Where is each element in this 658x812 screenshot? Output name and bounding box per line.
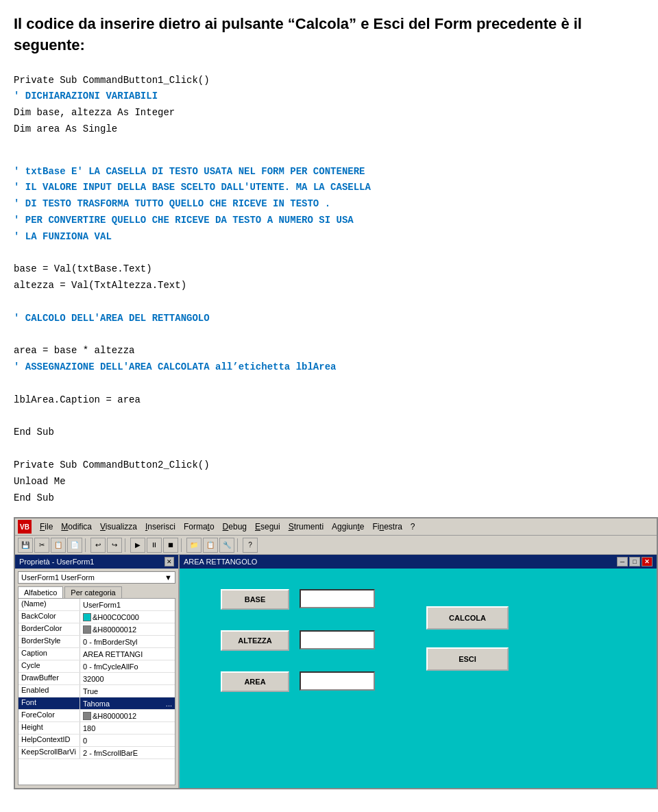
tb-props[interactable]: 📋	[203, 538, 218, 553]
prop-row-forecolor[interactable]: ForeColor &H80000012	[19, 710, 175, 722]
menu-formato[interactable]: Formato	[180, 521, 219, 533]
prop-row-borderstyle[interactable]: BorderStyle 0 - fmBorderStyl	[19, 636, 175, 648]
prop-name-borderstyle: BorderStyle	[19, 636, 80, 647]
button-calcola[interactable]: CALCOLA	[426, 606, 509, 630]
prop-row-font[interactable]: Font Tahoma ...	[19, 697, 175, 710]
form-maximize-button[interactable]: □	[629, 557, 640, 566]
prop-row-drawbuffer[interactable]: DrawBuffer 32000	[19, 673, 175, 685]
code-blank-3	[14, 327, 644, 344]
main-content: Il codice da inserire dietro ai pulsante…	[0, 0, 658, 796]
menu-strumenti[interactable]: Strumenti	[284, 521, 328, 533]
form-minimize-button[interactable]: ─	[617, 557, 628, 566]
tb-save[interactable]: 💾	[18, 538, 33, 553]
ide-toolbar: 💾 ✂ 📋 📄 ↩ ↪ ▶ ⏸ ⏹ 📁 📋 🔧 ?	[15, 536, 657, 555]
tb-undo[interactable]: ↩	[90, 538, 106, 553]
code-line-17: End Sub	[14, 425, 644, 441]
code-line-1: Private Sub CommandButton1_Click()	[14, 73, 644, 89]
code-line-8: ' DI TESTO TRASFORMA TUTTO QUELLO CHE RI…	[14, 196, 644, 213]
prop-row-enabled[interactable]: Enabled True	[19, 685, 175, 697]
tb-copy[interactable]: 📋	[51, 538, 66, 553]
tb-run[interactable]: ▶	[130, 538, 145, 553]
textbox-area[interactable]	[300, 671, 375, 691]
code-line-16: lblArea.Caption = area	[14, 392, 644, 409]
menu-finestra[interactable]: Finestra	[368, 521, 406, 533]
textbox-altezza[interactable]	[300, 630, 375, 649]
menu-file[interactable]: File	[36, 521, 57, 533]
form-close-button[interactable]: ✕	[642, 557, 653, 566]
prop-name-cycle: Cycle	[19, 660, 80, 672]
prop-value-borderstyle: 0 - fmBorderStyl	[80, 636, 175, 647]
tab-per-categoria[interactable]: Per categoria	[64, 586, 121, 598]
prop-row-height[interactable]: Height 180	[19, 722, 175, 735]
form-window: AREA RETTANGOLO ─ □ ✕ BASE ALTEZZA AREA	[180, 555, 657, 788]
vb-icon: VB	[18, 520, 32, 534]
form-title-controls: ─ □ ✕	[617, 557, 653, 566]
prop-value-keepscrollbar: 2 - fmScrollBarE	[80, 747, 175, 759]
code-blank-5	[14, 409, 644, 425]
menu-visualizza[interactable]: Visualizza	[96, 521, 141, 533]
menu-help[interactable]: ?	[406, 521, 419, 533]
properties-close-button[interactable]: ✕	[164, 557, 174, 566]
prop-value-backcolor: &H00C0C000	[80, 611, 175, 623]
prop-value-drawbuffer: 32000	[80, 673, 175, 684]
tb-explorer[interactable]: 📁	[186, 538, 202, 553]
properties-object-name: UserForm1 UserForm	[21, 573, 95, 582]
form-content: BASE ALTEZZA AREA CALCOLA ESCI	[180, 569, 657, 788]
button-esci[interactable]: ESCI	[426, 647, 509, 671]
menu-esegui[interactable]: Esegui	[251, 521, 284, 533]
prop-value-name: UserForm1	[80, 599, 175, 610]
code-line-7: ' IL VALORE INPUT DELLA BASE SCELTO DALL…	[14, 180, 644, 196]
properties-title-text: Proprietà - UserForm1	[19, 558, 94, 566]
prop-value-enabled: True	[80, 685, 175, 697]
code-blank-6	[14, 441, 644, 457]
prop-name-drawbuffer: DrawBuffer	[19, 673, 80, 684]
tb-cut[interactable]: ✂	[34, 538, 49, 553]
ide-screenshot: VB File Modifica Visualizza Inserisci Fo…	[14, 517, 658, 789]
tb-help[interactable]: ?	[243, 538, 258, 553]
prop-value-bordercolor: &H80000012	[80, 623, 175, 635]
code-line-10: ' LA FUNZIONA VAL	[14, 229, 644, 246]
prop-value-cycle: 0 - fmCycleAllFo	[80, 660, 175, 672]
form-title-text: AREA RETTANGOLO	[184, 558, 257, 566]
menu-inserisci[interactable]: Inserisci	[141, 521, 180, 533]
page-title: Il codice da inserire dietro ai pulsante…	[14, 14, 644, 56]
properties-object-selector[interactable]: UserForm1 UserForm ▼	[18, 571, 175, 584]
prop-row-keepscrollbar[interactable]: KeepScrollBarVi 2 - fmScrollBarE	[19, 747, 175, 759]
menu-modifica[interactable]: Modifica	[57, 521, 96, 533]
code-line-15: ' ASSEGNAZIONE DELL'AREA CALCOLATA all’e…	[14, 359, 644, 376]
tb-toolbox[interactable]: 🔧	[219, 538, 234, 553]
prop-value-caption: AREA RETTANGI	[80, 648, 175, 660]
prop-row-helpcontextid[interactable]: HelpContextID 0	[19, 735, 175, 747]
tb-stop[interactable]: ⏹	[163, 538, 178, 553]
properties-panel: Proprietà - UserForm1 ✕ UserForm1 UserFo…	[15, 555, 180, 788]
label-base: BASE	[221, 589, 289, 610]
dropdown-arrow-icon: ▼	[164, 573, 172, 582]
menu-debug[interactable]: Debug	[219, 521, 251, 533]
tb-pause[interactable]: ⏸	[147, 538, 162, 553]
prop-name-name: (Name)	[19, 599, 80, 610]
prop-name-enabled: Enabled	[19, 685, 80, 697]
prop-row-bordercolor[interactable]: BorderColor &H80000012	[19, 623, 175, 636]
ide-menubar: VB File Modifica Visualizza Inserisci Fo…	[15, 518, 657, 536]
code-blank-2	[14, 294, 644, 311]
code-block: Private Sub CommandButton1_Click() ' DIC…	[14, 73, 644, 507]
code-line-19: Unload Me	[14, 474, 644, 490]
prop-name-height: Height	[19, 722, 80, 734]
tab-alfabetico[interactable]: Alfabetico	[18, 586, 63, 598]
tb-sep-3	[181, 538, 184, 552]
properties-title-bar: Proprietà - UserForm1 ✕	[15, 555, 178, 569]
prop-row-backcolor[interactable]: BackColor &H00C0C000	[19, 611, 175, 623]
tb-paste[interactable]: 📄	[67, 538, 82, 553]
code-line-13: ' CALCOLO DELL'AREA DEL RETTANGOLO	[14, 311, 644, 327]
label-area: AREA	[221, 671, 289, 692]
prop-value-forecolor: &H80000012	[80, 710, 175, 721]
properties-table: (Name) UserForm1 BackColor &H00C0C000 Bo…	[18, 598, 175, 785]
prop-row-caption[interactable]: Caption AREA RETTANGI	[19, 648, 175, 660]
prop-row-name[interactable]: (Name) UserForm1	[19, 599, 175, 611]
prop-row-cycle[interactable]: Cycle 0 - fmCycleAllFo	[19, 660, 175, 673]
menu-aggiunte[interactable]: Aggiunte	[328, 521, 368, 533]
textbox-base[interactable]	[300, 589, 375, 608]
tb-redo[interactable]: ↪	[107, 538, 122, 553]
prop-name-caption: Caption	[19, 648, 80, 660]
label-altezza: ALTEZZA	[221, 630, 289, 651]
